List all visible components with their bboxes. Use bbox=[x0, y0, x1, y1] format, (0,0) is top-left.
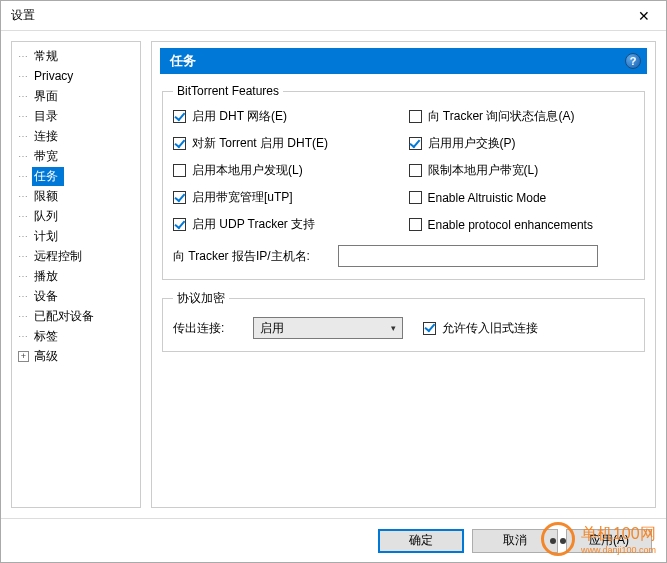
sidebar-item-label: 计划 bbox=[32, 227, 64, 246]
allow-legacy-checkbox-row[interactable]: 允许传入旧式连接 bbox=[423, 320, 538, 337]
checkbox-label: 启用带宽管理[uTP] bbox=[192, 189, 293, 206]
bt-check-1[interactable]: 向 Tracker 询问状态信息(A) bbox=[409, 108, 635, 125]
tree-expand-icon[interactable]: + bbox=[18, 351, 29, 362]
sidebar-item-7[interactable]: ⋯限额 bbox=[12, 186, 140, 206]
sidebar-item-label: 界面 bbox=[32, 87, 64, 106]
sidebar-item-8[interactable]: ⋯队列 bbox=[12, 206, 140, 226]
sidebar-item-label: 任务 bbox=[32, 167, 64, 186]
checkbox-label: 启用本地用户发现(L) bbox=[192, 162, 303, 179]
ok-button[interactable]: 确定 bbox=[378, 529, 464, 553]
sidebar-item-label: 队列 bbox=[32, 207, 64, 226]
protocol-encryption-legend: 协议加密 bbox=[173, 290, 229, 307]
help-icon[interactable]: ? bbox=[625, 53, 641, 69]
sidebar-item-label: 远程控制 bbox=[32, 247, 88, 266]
category-tree: ⋯常规⋯Privacy⋯界面⋯目录⋯连接⋯带宽⋯任务⋯限额⋯队列⋯计划⋯远程控制… bbox=[11, 41, 141, 508]
checkbox[interactable] bbox=[409, 164, 422, 177]
outgoing-select[interactable]: 启用 ▾ bbox=[253, 317, 403, 339]
tree-branch-icon: ⋯ bbox=[18, 71, 32, 82]
apply-button[interactable]: 应用(A) bbox=[566, 529, 652, 553]
sidebar-item-13[interactable]: ⋯已配对设备 bbox=[12, 306, 140, 326]
outgoing-select-value: 启用 bbox=[260, 320, 284, 337]
checkbox[interactable] bbox=[409, 191, 422, 204]
encryption-row: 传出连接: 启用 ▾ 允许传入旧式连接 bbox=[173, 317, 634, 339]
sidebar-item-0[interactable]: ⋯常规 bbox=[12, 46, 140, 66]
sidebar-item-4[interactable]: ⋯连接 bbox=[12, 126, 140, 146]
sidebar-item-label: 带宽 bbox=[32, 147, 64, 166]
dialog-body: ⋯常规⋯Privacy⋯界面⋯目录⋯连接⋯带宽⋯任务⋯限额⋯队列⋯计划⋯远程控制… bbox=[1, 31, 666, 518]
allow-legacy-checkbox[interactable] bbox=[423, 322, 436, 335]
tree-branch-icon: ⋯ bbox=[18, 251, 32, 262]
checkbox-label: 启用用户交换(P) bbox=[428, 135, 516, 152]
sidebar-item-15[interactable]: +高级 bbox=[12, 346, 140, 366]
bt-check-9[interactable]: Enable protocol enhancements bbox=[409, 216, 635, 233]
checkbox-label: 限制本地用户带宽(L) bbox=[428, 162, 539, 179]
close-icon: ✕ bbox=[638, 8, 650, 24]
checkbox[interactable] bbox=[173, 191, 186, 204]
sidebar-item-5[interactable]: ⋯带宽 bbox=[12, 146, 140, 166]
tree-branch-icon: ⋯ bbox=[18, 111, 32, 122]
sidebar-item-9[interactable]: ⋯计划 bbox=[12, 226, 140, 246]
sidebar-item-label: 目录 bbox=[32, 107, 64, 126]
bt-check-2[interactable]: 对新 Torrent 启用 DHT(E) bbox=[173, 135, 399, 152]
report-ip-input[interactable] bbox=[338, 245, 598, 267]
tree-branch-icon: ⋯ bbox=[18, 171, 32, 182]
sidebar-item-14[interactable]: ⋯标签 bbox=[12, 326, 140, 346]
sidebar-item-1[interactable]: ⋯Privacy bbox=[12, 66, 140, 86]
sidebar-item-12[interactable]: ⋯设备 bbox=[12, 286, 140, 306]
sidebar-item-11[interactable]: ⋯播放 bbox=[12, 266, 140, 286]
report-ip-label: 向 Tracker 报告IP/主机名: bbox=[173, 248, 328, 265]
sidebar-item-6[interactable]: ⋯任务 bbox=[12, 166, 140, 186]
tree-branch-icon: ⋯ bbox=[18, 291, 32, 302]
checkbox-label: 启用 UDP Tracker 支持 bbox=[192, 216, 315, 233]
sidebar-item-label: 高级 bbox=[32, 347, 64, 366]
checkbox-label: Enable Altruistic Mode bbox=[428, 191, 547, 205]
checkbox[interactable] bbox=[409, 110, 422, 123]
checkbox-label: 对新 Torrent 启用 DHT(E) bbox=[192, 135, 328, 152]
report-ip-row: 向 Tracker 报告IP/主机名: bbox=[173, 245, 634, 267]
tree-branch-icon: ⋯ bbox=[18, 91, 32, 102]
sidebar-item-10[interactable]: ⋯远程控制 bbox=[12, 246, 140, 266]
sidebar-item-3[interactable]: ⋯目录 bbox=[12, 106, 140, 126]
titlebar: 设置 ✕ bbox=[1, 1, 666, 31]
tree-branch-icon: ⋯ bbox=[18, 311, 32, 322]
checkbox[interactable] bbox=[409, 218, 422, 231]
bt-check-5[interactable]: 限制本地用户带宽(L) bbox=[409, 162, 635, 179]
bt-check-3[interactable]: 启用用户交换(P) bbox=[409, 135, 635, 152]
close-button[interactable]: ✕ bbox=[621, 1, 666, 31]
checkbox[interactable] bbox=[173, 164, 186, 177]
cancel-button[interactable]: 取消 bbox=[472, 529, 558, 553]
bt-check-7[interactable]: Enable Altruistic Mode bbox=[409, 189, 635, 206]
panel-header: 任务 ? bbox=[160, 48, 647, 74]
checkbox[interactable] bbox=[173, 137, 186, 150]
checkbox[interactable] bbox=[173, 110, 186, 123]
settings-window: 设置 ✕ ⋯常规⋯Privacy⋯界面⋯目录⋯连接⋯带宽⋯任务⋯限额⋯队列⋯计划… bbox=[0, 0, 667, 563]
outgoing-label: 传出连接: bbox=[173, 320, 233, 337]
bt-check-6[interactable]: 启用带宽管理[uTP] bbox=[173, 189, 399, 206]
sidebar-item-2[interactable]: ⋯界面 bbox=[12, 86, 140, 106]
panel-title: 任务 bbox=[170, 52, 196, 70]
tree-branch-icon: ⋯ bbox=[18, 231, 32, 242]
sidebar-item-label: 常规 bbox=[32, 47, 64, 66]
bt-check-0[interactable]: 启用 DHT 网络(E) bbox=[173, 108, 399, 125]
checkbox-label: Enable protocol enhancements bbox=[428, 218, 593, 232]
sidebar-item-label: 连接 bbox=[32, 127, 64, 146]
tree-branch-icon: ⋯ bbox=[18, 151, 32, 162]
checkbox[interactable] bbox=[409, 137, 422, 150]
sidebar-item-label: Privacy bbox=[32, 68, 79, 84]
sidebar-item-label: 设备 bbox=[32, 287, 64, 306]
bittorrent-features-legend: BitTorrent Features bbox=[173, 84, 283, 98]
tree-branch-icon: ⋯ bbox=[18, 131, 32, 142]
bittorrent-checks-grid: 启用 DHT 网络(E)向 Tracker 询问状态信息(A)对新 Torren… bbox=[173, 108, 634, 233]
tree-branch-icon: ⋯ bbox=[18, 331, 32, 342]
bittorrent-features-group: BitTorrent Features 启用 DHT 网络(E)向 Tracke… bbox=[162, 84, 645, 280]
bt-check-8[interactable]: 启用 UDP Tracker 支持 bbox=[173, 216, 399, 233]
chevron-down-icon: ▾ bbox=[391, 323, 396, 333]
content-panel: 任务 ? BitTorrent Features 启用 DHT 网络(E)向 T… bbox=[151, 41, 656, 508]
tree-branch-icon: ⋯ bbox=[18, 51, 32, 62]
tree-branch-icon: ⋯ bbox=[18, 271, 32, 282]
bt-check-4[interactable]: 启用本地用户发现(L) bbox=[173, 162, 399, 179]
checkbox[interactable] bbox=[173, 218, 186, 231]
sidebar-item-label: 播放 bbox=[32, 267, 64, 286]
tree-branch-icon: ⋯ bbox=[18, 191, 32, 202]
checkbox-label: 向 Tracker 询问状态信息(A) bbox=[428, 108, 575, 125]
